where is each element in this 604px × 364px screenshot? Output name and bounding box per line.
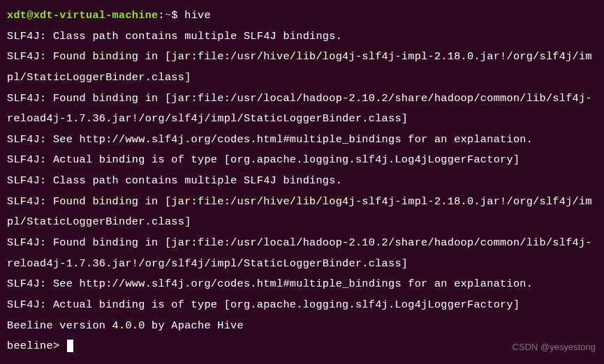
output-line: SLF4J: Actual binding is of type [org.ap… (7, 150, 597, 171)
beeline-prompt: beeline> (7, 340, 66, 352)
prompt-user-host: xdt@xdt-virtual-machine (7, 9, 159, 22)
prompt-separator: : (159, 9, 165, 22)
output-line: SLF4J: Found binding in [jar:file:/usr/l… (7, 233, 597, 274)
output-line: SLF4J: Found binding in [jar:file:/usr/l… (7, 89, 597, 130)
output-line: SLF4J: Found binding in [jar:file:/usr/h… (7, 192, 597, 233)
cursor-icon (67, 340, 73, 352)
output-line: SLF4J: Found binding in [jar:file:/usr/h… (7, 47, 597, 88)
prompt-line: xdt@xdt-virtual-machine:~$ hive (7, 6, 597, 26)
command-text: hive (184, 9, 211, 22)
beeline-prompt-line[interactable]: beeline> (7, 336, 597, 357)
output-line: SLF4J: Actual binding is of type [org.ap… (7, 295, 597, 316)
watermark-text: CSDN @yesyestong (513, 338, 596, 356)
output-line: Beeline version 4.0.0 by Apache Hive (7, 316, 597, 337)
output-line: SLF4J: Class path contains multiple SLF4… (7, 26, 597, 47)
prompt-path: ~ (165, 9, 171, 22)
terminal-content[interactable]: xdt@xdt-virtual-machine:~$ hive SLF4J: C… (7, 6, 597, 357)
output-line: SLF4J: See http://www.slf4j.org/codes.ht… (7, 274, 597, 295)
output-line: SLF4J: Class path contains multiple SLF4… (7, 171, 597, 192)
prompt-symbol: $ (171, 9, 177, 22)
output-line: SLF4J: See http://www.slf4j.org/codes.ht… (7, 130, 597, 151)
